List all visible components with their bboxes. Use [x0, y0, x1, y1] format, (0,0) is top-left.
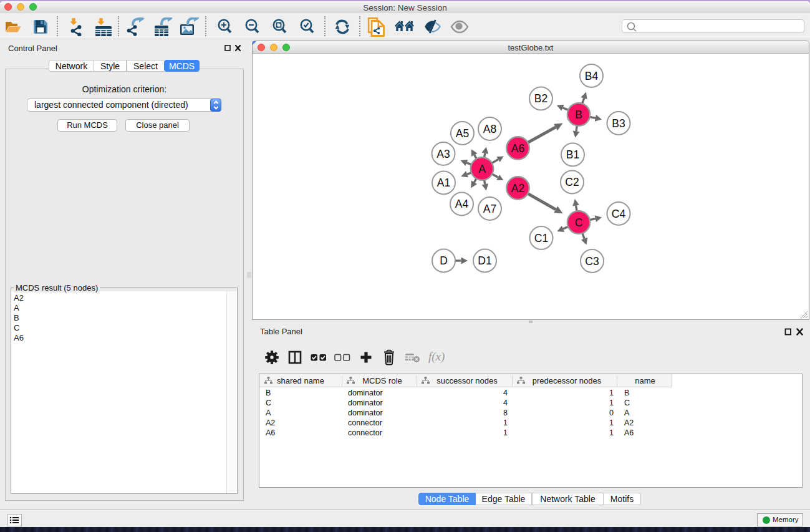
svg-text:A5: A5 — [456, 127, 469, 140]
svg-text:C1: C1 — [534, 232, 548, 244]
svg-text:B4: B4 — [585, 70, 599, 82]
svg-text:A7: A7 — [483, 203, 496, 215]
svg-text:C3: C3 — [585, 255, 599, 268]
svg-text:C2: C2 — [565, 176, 579, 188]
svg-text:D1: D1 — [478, 254, 491, 267]
svg-text:A8: A8 — [483, 123, 496, 135]
svg-text:B1: B1 — [566, 148, 579, 161]
svg-text:D: D — [440, 254, 448, 267]
svg-text:C: C — [575, 216, 583, 229]
svg-text:C4: C4 — [612, 208, 626, 220]
svg-text:A4: A4 — [455, 198, 469, 210]
svg-text:B2: B2 — [534, 92, 547, 105]
svg-text:A: A — [478, 163, 486, 175]
svg-text:A1: A1 — [437, 177, 450, 189]
svg-text:A6: A6 — [511, 142, 524, 155]
svg-text:B: B — [575, 109, 582, 121]
svg-text:A3: A3 — [436, 148, 450, 160]
svg-text:B3: B3 — [612, 117, 625, 130]
svg-text:A2: A2 — [511, 182, 524, 195]
